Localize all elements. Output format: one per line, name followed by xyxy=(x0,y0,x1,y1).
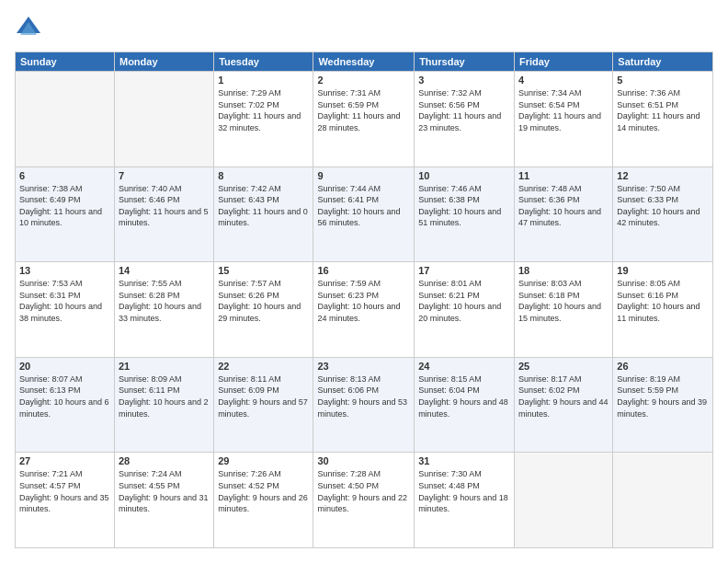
day-number: 23 xyxy=(317,361,410,372)
calendar-cell: 26Sunrise: 8:19 AMSunset: 5:59 PMDayligh… xyxy=(613,357,713,453)
week-row-5: 27Sunrise: 7:21 AMSunset: 4:57 PMDayligh… xyxy=(16,453,713,548)
day-number: 21 xyxy=(119,361,210,372)
weekday-header-wednesday: Wednesday xyxy=(313,52,415,72)
day-number: 14 xyxy=(119,265,210,276)
logo-icon xyxy=(15,15,42,42)
calendar-cell xyxy=(114,72,213,167)
day-info: Sunrise: 7:36 AMSunset: 6:51 PMDaylight:… xyxy=(617,87,709,133)
day-number: 31 xyxy=(418,455,510,466)
day-number: 1 xyxy=(218,75,309,86)
calendar-cell: 5Sunrise: 7:36 AMSunset: 6:51 PMDaylight… xyxy=(613,72,713,167)
page: SundayMondayTuesdayWednesdayThursdayFrid… xyxy=(0,0,728,563)
day-info: Sunrise: 7:24 AMSunset: 4:55 PMDaylight:… xyxy=(119,468,210,514)
calendar-cell: 24Sunrise: 8:15 AMSunset: 6:04 PMDayligh… xyxy=(415,357,515,453)
day-info: Sunrise: 7:26 AMSunset: 4:52 PMDaylight:… xyxy=(218,468,309,514)
day-number: 12 xyxy=(617,170,709,181)
calendar-cell xyxy=(16,72,115,167)
week-row-3: 13Sunrise: 7:53 AMSunset: 6:31 PMDayligh… xyxy=(16,262,713,358)
calendar-cell xyxy=(514,453,612,548)
day-info: Sunrise: 8:15 AMSunset: 6:04 PMDaylight:… xyxy=(418,373,510,419)
day-info: Sunrise: 7:46 AMSunset: 6:38 PMDaylight:… xyxy=(418,183,510,229)
day-info: Sunrise: 7:31 AMSunset: 6:59 PMDaylight:… xyxy=(317,87,410,133)
day-number: 20 xyxy=(19,361,110,372)
day-number: 16 xyxy=(317,265,410,276)
day-info: Sunrise: 7:55 AMSunset: 6:28 PMDaylight:… xyxy=(119,278,210,324)
calendar-cell: 30Sunrise: 7:28 AMSunset: 4:50 PMDayligh… xyxy=(313,453,415,548)
calendar-cell: 12Sunrise: 7:50 AMSunset: 6:33 PMDayligh… xyxy=(613,167,713,262)
weekday-header-sunday: Sunday xyxy=(16,52,115,72)
day-info: Sunrise: 7:32 AMSunset: 6:56 PMDaylight:… xyxy=(418,87,510,133)
calendar-cell: 14Sunrise: 7:55 AMSunset: 6:28 PMDayligh… xyxy=(114,262,213,358)
day-info: Sunrise: 8:03 AMSunset: 6:18 PMDaylight:… xyxy=(518,278,609,324)
day-info: Sunrise: 7:48 AMSunset: 6:36 PMDaylight:… xyxy=(518,183,609,229)
day-number: 5 xyxy=(617,75,709,86)
day-info: Sunrise: 8:17 AMSunset: 6:02 PMDaylight:… xyxy=(518,373,609,419)
day-number: 29 xyxy=(218,455,309,466)
calendar-cell: 8Sunrise: 7:42 AMSunset: 6:43 PMDaylight… xyxy=(214,167,313,262)
weekday-header-friday: Friday xyxy=(514,52,612,72)
day-number: 4 xyxy=(518,75,609,86)
calendar-cell: 4Sunrise: 7:34 AMSunset: 6:54 PMDaylight… xyxy=(514,72,612,167)
calendar-cell: 7Sunrise: 7:40 AMSunset: 6:46 PMDaylight… xyxy=(114,167,213,262)
day-info: Sunrise: 7:28 AMSunset: 4:50 PMDaylight:… xyxy=(317,468,410,514)
header xyxy=(15,15,713,42)
calendar-cell: 16Sunrise: 7:59 AMSunset: 6:23 PMDayligh… xyxy=(313,262,415,358)
calendar-cell: 21Sunrise: 8:09 AMSunset: 6:11 PMDayligh… xyxy=(114,357,213,453)
logo xyxy=(15,15,46,42)
weekday-header-tuesday: Tuesday xyxy=(214,52,313,72)
day-number: 27 xyxy=(19,455,110,466)
day-number: 3 xyxy=(418,75,510,86)
day-number: 2 xyxy=(317,75,410,86)
day-number: 17 xyxy=(418,265,510,276)
day-info: Sunrise: 8:01 AMSunset: 6:21 PMDaylight:… xyxy=(418,278,510,324)
day-number: 7 xyxy=(119,170,210,181)
calendar-cell: 10Sunrise: 7:46 AMSunset: 6:38 PMDayligh… xyxy=(415,167,515,262)
day-number: 22 xyxy=(218,361,309,372)
calendar-cell: 25Sunrise: 8:17 AMSunset: 6:02 PMDayligh… xyxy=(514,357,612,453)
day-info: Sunrise: 7:21 AMSunset: 4:57 PMDaylight:… xyxy=(19,468,110,514)
calendar-table: SundayMondayTuesdayWednesdayThursdayFrid… xyxy=(15,52,713,548)
day-number: 6 xyxy=(19,170,110,181)
day-info: Sunrise: 8:19 AMSunset: 5:59 PMDaylight:… xyxy=(617,373,709,419)
calendar-cell: 27Sunrise: 7:21 AMSunset: 4:57 PMDayligh… xyxy=(16,453,115,548)
day-number: 19 xyxy=(617,265,709,276)
day-info: Sunrise: 7:30 AMSunset: 4:48 PMDaylight:… xyxy=(418,468,510,514)
weekday-header-monday: Monday xyxy=(114,52,213,72)
calendar-cell: 15Sunrise: 7:57 AMSunset: 6:26 PMDayligh… xyxy=(214,262,313,358)
day-number: 24 xyxy=(418,361,510,372)
calendar-cell: 20Sunrise: 8:07 AMSunset: 6:13 PMDayligh… xyxy=(16,357,115,453)
calendar-cell: 22Sunrise: 8:11 AMSunset: 6:09 PMDayligh… xyxy=(214,357,313,453)
day-info: Sunrise: 7:38 AMSunset: 6:49 PMDaylight:… xyxy=(19,183,110,229)
day-info: Sunrise: 7:44 AMSunset: 6:41 PMDaylight:… xyxy=(317,183,410,229)
day-info: Sunrise: 7:50 AMSunset: 6:33 PMDaylight:… xyxy=(617,183,709,229)
day-info: Sunrise: 8:05 AMSunset: 6:16 PMDaylight:… xyxy=(617,278,709,324)
day-number: 26 xyxy=(617,361,709,372)
week-row-2: 6Sunrise: 7:38 AMSunset: 6:49 PMDaylight… xyxy=(16,167,713,262)
day-number: 28 xyxy=(119,455,210,466)
calendar-cell xyxy=(613,453,713,548)
day-number: 15 xyxy=(218,265,309,276)
day-number: 11 xyxy=(518,170,609,181)
day-info: Sunrise: 7:40 AMSunset: 6:46 PMDaylight:… xyxy=(119,183,210,229)
day-number: 30 xyxy=(317,455,410,466)
day-info: Sunrise: 7:34 AMSunset: 6:54 PMDaylight:… xyxy=(518,87,609,133)
calendar-cell: 19Sunrise: 8:05 AMSunset: 6:16 PMDayligh… xyxy=(613,262,713,358)
calendar-cell: 2Sunrise: 7:31 AMSunset: 6:59 PMDaylight… xyxy=(313,72,415,167)
calendar-cell: 6Sunrise: 7:38 AMSunset: 6:49 PMDaylight… xyxy=(16,167,115,262)
day-info: Sunrise: 8:11 AMSunset: 6:09 PMDaylight:… xyxy=(218,373,309,419)
day-number: 9 xyxy=(317,170,410,181)
week-row-4: 20Sunrise: 8:07 AMSunset: 6:13 PMDayligh… xyxy=(16,357,713,453)
calendar-cell: 23Sunrise: 8:13 AMSunset: 6:06 PMDayligh… xyxy=(313,357,415,453)
day-info: Sunrise: 8:07 AMSunset: 6:13 PMDaylight:… xyxy=(19,373,110,419)
calendar-cell: 29Sunrise: 7:26 AMSunset: 4:52 PMDayligh… xyxy=(214,453,313,548)
calendar-cell: 11Sunrise: 7:48 AMSunset: 6:36 PMDayligh… xyxy=(514,167,612,262)
weekday-header-thursday: Thursday xyxy=(415,52,515,72)
day-number: 8 xyxy=(218,170,309,181)
calendar-cell: 1Sunrise: 7:29 AMSunset: 7:02 PMDaylight… xyxy=(214,72,313,167)
day-info: Sunrise: 7:42 AMSunset: 6:43 PMDaylight:… xyxy=(218,183,309,229)
day-info: Sunrise: 8:09 AMSunset: 6:11 PMDaylight:… xyxy=(119,373,210,419)
calendar-cell: 18Sunrise: 8:03 AMSunset: 6:18 PMDayligh… xyxy=(514,262,612,358)
day-info: Sunrise: 7:53 AMSunset: 6:31 PMDaylight:… xyxy=(19,278,110,324)
day-info: Sunrise: 7:29 AMSunset: 7:02 PMDaylight:… xyxy=(218,87,309,133)
calendar-cell: 17Sunrise: 8:01 AMSunset: 6:21 PMDayligh… xyxy=(415,262,515,358)
